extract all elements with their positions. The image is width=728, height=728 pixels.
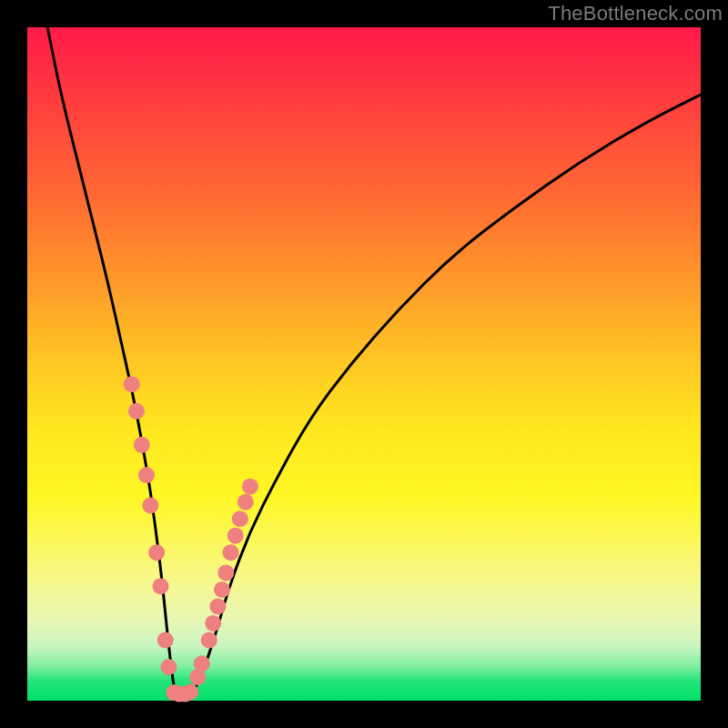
chart-plot-area xyxy=(27,27,701,701)
highlight-dot xyxy=(242,479,258,495)
highlight-dot xyxy=(142,497,158,513)
highlight-dot xyxy=(232,511,248,527)
highlight-dot xyxy=(194,655,210,672)
highlight-dot xyxy=(128,403,145,420)
highlight-dot xyxy=(153,578,169,594)
highlight-dot xyxy=(160,659,177,675)
highlight-dot xyxy=(148,544,165,561)
highlight-dot xyxy=(238,494,254,511)
highlight-dot xyxy=(124,376,140,392)
highlight-dot xyxy=(138,467,155,483)
highlight-dots-group xyxy=(124,376,258,702)
highlight-dot xyxy=(157,632,174,648)
highlight-dot xyxy=(214,581,230,598)
chart-svg xyxy=(27,27,701,701)
highlight-dot xyxy=(209,598,226,614)
highlight-dot xyxy=(217,564,234,581)
watermark-text: TheBottleneck.com xyxy=(548,2,723,25)
highlight-dot xyxy=(134,437,150,453)
bottleneck-curve-path xyxy=(47,27,701,701)
highlight-dot xyxy=(201,632,217,648)
highlight-dot xyxy=(205,615,221,632)
highlight-dot xyxy=(223,544,239,561)
outer-frame: TheBottleneck.com xyxy=(0,0,728,728)
highlight-dot xyxy=(228,528,244,544)
highlight-dot xyxy=(182,683,198,700)
